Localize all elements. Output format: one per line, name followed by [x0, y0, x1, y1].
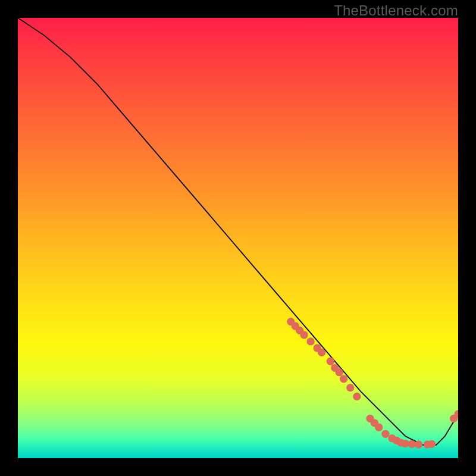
- data-marker: [336, 368, 343, 376]
- data-marker: [375, 424, 383, 431]
- data-marker: [318, 349, 325, 356]
- chart-svg: [18, 18, 458, 458]
- data-marker: [415, 440, 422, 448]
- data-marker: [428, 440, 436, 448]
- watermark-text: TheBottleneck.com: [334, 2, 458, 19]
- chart-container: TheBottleneck.com: [0, 0, 476, 476]
- data-marker: [353, 393, 361, 400]
- data-marker: [300, 331, 308, 339]
- data-marker: [340, 375, 347, 383]
- data-marker: [327, 358, 334, 365]
- data-marker: [306, 337, 314, 345]
- curve-line: [18, 18, 458, 445]
- data-markers: [287, 318, 458, 449]
- data-marker: [346, 384, 354, 392]
- data-marker: [381, 430, 389, 438]
- plot-area: [18, 18, 458, 458]
